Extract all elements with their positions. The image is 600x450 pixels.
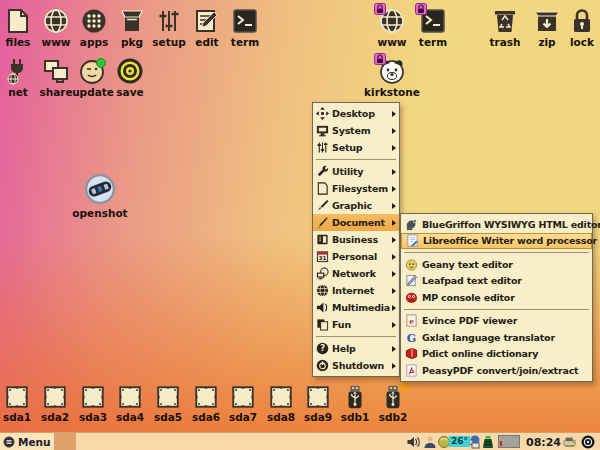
menu-item-help[interactable]: ?Help xyxy=(313,340,399,357)
drive-icon-sdb1[interactable]: sdb1 xyxy=(335,384,375,423)
user-icon[interactable] xyxy=(423,435,437,449)
desktop-icon-term[interactable]: term xyxy=(413,7,453,48)
desktop-icon-trash[interactable]: trash xyxy=(485,7,525,48)
drive-icon-sda7[interactable]: sda7 xyxy=(223,384,263,423)
desktop-icon-update[interactable]: update xyxy=(73,57,113,98)
icon-label: sdb2 xyxy=(379,411,408,423)
menu-item-document[interactable]: Document xyxy=(313,214,399,231)
stack-icon[interactable] xyxy=(481,435,495,449)
submenu-arrow-icon xyxy=(392,305,396,311)
submenu-item-geany-text-editor[interactable]: Geany text editor xyxy=(401,256,592,273)
submenu-item-label: MP console editor xyxy=(422,292,515,303)
menu-item-internet[interactable]: Internet xyxy=(313,282,399,299)
menu-item-utility[interactable]: Utility xyxy=(313,163,399,180)
printer-icon[interactable] xyxy=(563,435,577,449)
icon-label: net xyxy=(8,86,28,98)
drive-icon-sda1[interactable]: sda1 xyxy=(0,384,37,423)
submenu-item-bluegriffon-wysiwyg-html-editor[interactable]: BlueGriffon WYSIWYG HTML editor xyxy=(401,216,592,233)
hd-icon xyxy=(193,384,219,410)
icon-label: sda7 xyxy=(229,411,257,423)
desktop-icon-kirkstone[interactable]: kirkstone xyxy=(372,57,412,98)
menu-item-setup[interactable]: Setup xyxy=(313,139,399,156)
submenu-item-leafpad-text-editor[interactable]: Leafpad text editor xyxy=(401,273,592,290)
drive-icon-sda3[interactable]: sda3 xyxy=(73,384,113,423)
drive-icon-sda4[interactable]: sda4 xyxy=(110,384,150,423)
menu-item-multimedia[interactable]: Multimedia xyxy=(313,299,399,316)
menu-item-filesystem[interactable]: Filesystem xyxy=(313,180,399,197)
icon-label: lock xyxy=(570,36,594,48)
menu-item-personal[interactable]: 31Personal xyxy=(313,248,399,265)
desktop-icon-setup[interactable]: setup xyxy=(149,7,189,48)
personal-icon: 31 xyxy=(316,250,329,263)
setup-icon xyxy=(316,141,329,154)
menu-item-network[interactable]: Network xyxy=(313,265,399,282)
desktop-icon-share[interactable]: share xyxy=(36,57,76,98)
menu-button[interactable]: Menu xyxy=(0,433,58,450)
menu-item-graphic[interactable]: Graphic xyxy=(313,197,399,214)
menu-separator xyxy=(404,252,589,253)
desktop-icon-lock[interactable]: lock xyxy=(562,7,600,48)
menu-item-label: Help xyxy=(332,343,356,354)
submenu-item-label: PeasyPDF convert/join/extract xyxy=(422,365,578,376)
desktop-icon-net[interactable]: net xyxy=(0,57,38,98)
document-icon xyxy=(316,216,329,229)
multimedia-icon xyxy=(316,301,329,314)
drive-icon-sda8[interactable]: sda8 xyxy=(261,384,301,423)
hd-icon xyxy=(268,384,294,410)
writer-icon xyxy=(406,234,419,247)
submenu-item-libreoffice-writer-word-processor[interactable]: Libreoffice Writer word processor xyxy=(401,233,592,250)
submenu-item-gxlat-language-translator[interactable]: GGxlat language translator xyxy=(401,329,592,346)
desktop-icon-www[interactable]: www xyxy=(372,7,412,48)
svg-text:e: e xyxy=(409,317,414,326)
package-icon xyxy=(118,7,146,35)
menu-item-label: Network xyxy=(332,268,376,279)
usb-icon xyxy=(380,384,406,410)
desktop-icon xyxy=(316,107,329,120)
icon-label: www xyxy=(377,36,406,48)
menu-item-fun[interactable]: Fun xyxy=(313,316,399,333)
temperature-badge[interactable]: 26° xyxy=(449,436,470,447)
clock[interactable]: 08:24 xyxy=(526,436,561,449)
icon-label: setup xyxy=(152,36,185,48)
menu-item-business[interactable]: Business xyxy=(313,231,399,248)
submenu-arrow-icon xyxy=(392,186,396,192)
zip-icon xyxy=(533,7,561,35)
desktop-icon-files[interactable]: files xyxy=(0,7,38,48)
desktop-icon-save[interactable]: save xyxy=(110,57,150,98)
submenu-item-pdict-online-dictionary[interactable]: Pdict online dictionary xyxy=(401,346,592,363)
submenu-item-evince-pdf-viewer[interactable]: eEvince PDF viewer xyxy=(401,313,592,330)
drive-icon-sdb2[interactable]: sdb2 xyxy=(373,384,413,423)
menu-item-shutdown[interactable]: Shutdown xyxy=(313,357,399,374)
icon-label: sdb1 xyxy=(341,411,370,423)
desktop-icon-apps[interactable]: apps xyxy=(74,7,114,48)
drive-icon-sda2[interactable]: sda2 xyxy=(35,384,75,423)
submenu-item-peasypdf-convert-join-extract[interactable]: PeasyPDF convert/join/extract xyxy=(401,362,592,379)
internet-icon xyxy=(316,284,329,297)
desktop-icon-edit[interactable]: edit xyxy=(187,7,227,48)
desktop-icon-term[interactable]: term xyxy=(225,7,265,48)
fun-icon xyxy=(316,318,329,331)
menu-item-desktop[interactable]: Desktop xyxy=(313,105,399,122)
hd-icon xyxy=(42,384,68,410)
menu-item-system[interactable]: System xyxy=(313,122,399,139)
drive-icon-sda9[interactable]: sda9 xyxy=(298,384,338,423)
desktop-icon-openshot[interactable]: openshot xyxy=(80,172,120,219)
pdict-icon xyxy=(405,347,418,360)
drive-icon-sda5[interactable]: sda5 xyxy=(148,384,188,423)
power-icon[interactable] xyxy=(581,435,595,449)
business-icon xyxy=(316,233,329,246)
icon-label: www xyxy=(41,36,70,48)
desktop-icon-zip[interactable]: zip xyxy=(527,7,567,48)
drive-icon-sda6[interactable]: sda6 xyxy=(186,384,226,423)
submenu-arrow-icon xyxy=(392,237,396,243)
submenu-item-mp-console-editor[interactable]: MP console editor xyxy=(401,289,592,306)
speaker-icon[interactable] xyxy=(406,435,420,449)
hd-icon xyxy=(230,384,256,410)
desktop-icon-pkg[interactable]: pkg xyxy=(112,7,152,48)
cpu-load-tick xyxy=(500,441,502,446)
sliders-icon xyxy=(155,7,183,35)
desktop-icon-www[interactable]: www xyxy=(36,7,76,48)
menu-item-label: Graphic xyxy=(332,200,372,211)
cpu-monitor[interactable] xyxy=(498,435,520,448)
icon-label: share xyxy=(39,86,72,98)
